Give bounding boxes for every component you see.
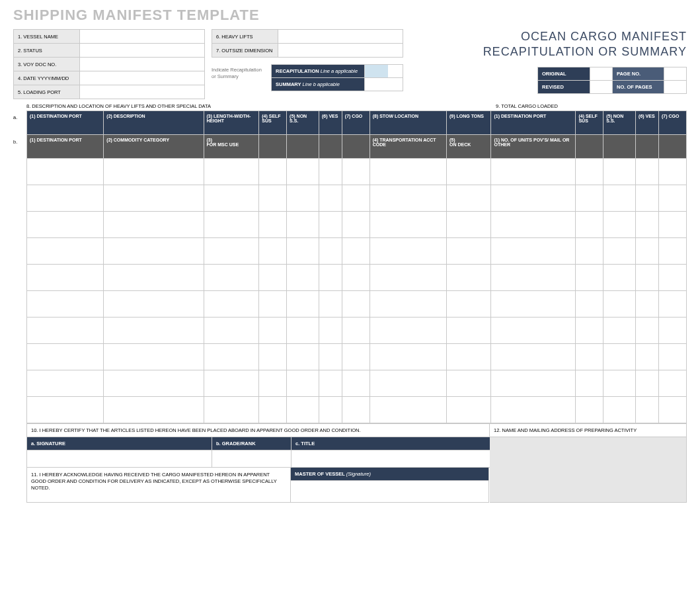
status-original: ORIGINAL bbox=[538, 67, 590, 80]
table-row[interactable] bbox=[27, 291, 687, 318]
date-input[interactable] bbox=[80, 75, 204, 81]
vessel-name-input[interactable] bbox=[80, 34, 204, 39]
revised-checkbox[interactable] bbox=[590, 81, 612, 93]
sig-c-input[interactable] bbox=[292, 450, 490, 468]
sig-a-input[interactable] bbox=[27, 450, 212, 468]
page-title: SHIPPING MANIFEST TEMPLATE bbox=[13, 7, 687, 24]
field-date: 4. DATE YYYY/MM/DD bbox=[14, 71, 80, 85]
header-row-b: (1) DESTINATION PORT(2) COMMODITY CATEGO… bbox=[27, 135, 687, 159]
table-row[interactable] bbox=[27, 344, 687, 370]
sig-c-label: c. TITLE bbox=[292, 437, 490, 450]
left-fields: 1. VESSEL NAME 2. STATUS 3. VOY DOC NO. … bbox=[13, 29, 205, 99]
heavy-lifts-input[interactable] bbox=[278, 34, 403, 39]
table-row[interactable] bbox=[27, 159, 687, 185]
outsize-input[interactable] bbox=[278, 48, 403, 53]
doc-title-2: RECAPITULATION OR SUMMARY bbox=[410, 44, 687, 60]
voy-doc-input[interactable] bbox=[80, 62, 204, 67]
status-input[interactable] bbox=[80, 48, 204, 53]
sig-a-label: a. SIGNATURE bbox=[27, 437, 212, 450]
status-revised: REVISED bbox=[538, 81, 590, 93]
recap-indicate-label: Indicate Recapitulation or Summary bbox=[212, 64, 271, 80]
table-row[interactable] bbox=[27, 238, 687, 265]
row-b-marker: b. bbox=[13, 135, 26, 145]
sig-b-input[interactable] bbox=[212, 450, 292, 468]
right-header: OCEAN CARGO MANIFEST RECAPITULATION OR S… bbox=[410, 29, 687, 99]
master-signature-input[interactable] bbox=[291, 481, 489, 503]
field-outsize: 7. OUTSIZE DIMENSION bbox=[212, 44, 278, 57]
table-row[interactable] bbox=[27, 265, 687, 291]
footer-10-label: 10. I HEREBY CERTIFY THAT THE ARTICLES L… bbox=[27, 424, 490, 437]
table-row[interactable] bbox=[27, 397, 687, 423]
doc-title-1: OCEAN CARGO MANIFEST bbox=[410, 29, 687, 44]
no-pages-input[interactable] bbox=[664, 81, 686, 93]
row-a-marker: a. bbox=[13, 110, 26, 135]
field-status: 2. STATUS bbox=[14, 44, 80, 57]
recap-line-b: SUMMARY Line b applicable bbox=[272, 78, 364, 91]
status-page-no: PAGE NO. bbox=[612, 67, 664, 80]
header-row-a: (1) DESTINATION PORT(2) DESCRIPTION(3) L… bbox=[27, 111, 687, 135]
mid-fields: 6. HEAVY LIFTS 7. OUTSIZE DIMENSION Indi… bbox=[212, 29, 403, 99]
field-loading-port: 5. LOADING PORT bbox=[14, 85, 80, 99]
table-row[interactable] bbox=[27, 318, 687, 344]
field-heavy-lifts: 6. HEAVY LIFTS bbox=[212, 30, 278, 43]
recap-line-a: RECAPITULATION Line a applicable bbox=[272, 65, 364, 77]
field-vessel-name: 1. VESSEL NAME bbox=[14, 30, 80, 43]
field-voy-doc: 3. VOY DOC NO. bbox=[14, 58, 80, 71]
preparing-activity-input[interactable] bbox=[490, 437, 687, 503]
status-no-pages: NO. OF PAGES bbox=[612, 81, 664, 93]
table-row[interactable] bbox=[27, 185, 687, 212]
section-9-label: 9. TOTAL CARGO LOADED bbox=[489, 103, 687, 109]
footer-11-label: 11. I HEREBY ACKNOWLEDGE HAVING RECEIVED… bbox=[26, 468, 291, 503]
section-8-label: 8. DESCRIPTION AND LOCATION OF HEAVY LIF… bbox=[13, 103, 489, 109]
original-checkbox[interactable] bbox=[590, 67, 612, 80]
recap-a-checkbox[interactable] bbox=[364, 65, 388, 77]
table-row[interactable] bbox=[27, 212, 687, 238]
page-no-input[interactable] bbox=[664, 67, 686, 80]
recap-b-checkbox[interactable] bbox=[364, 78, 388, 91]
sig-b-label: b. GRADE/RANK bbox=[212, 437, 292, 450]
manifest-table: (1) DESTINATION PORT(2) DESCRIPTION(3) L… bbox=[26, 110, 687, 423]
master-label: MASTER OF VESSEL (Signature) bbox=[291, 468, 489, 481]
loading-port-input[interactable] bbox=[80, 89, 204, 95]
footer-12-label: 12. NAME AND MAILING ADDRESS OF PREPARIN… bbox=[490, 424, 686, 437]
table-row[interactable] bbox=[27, 370, 687, 397]
